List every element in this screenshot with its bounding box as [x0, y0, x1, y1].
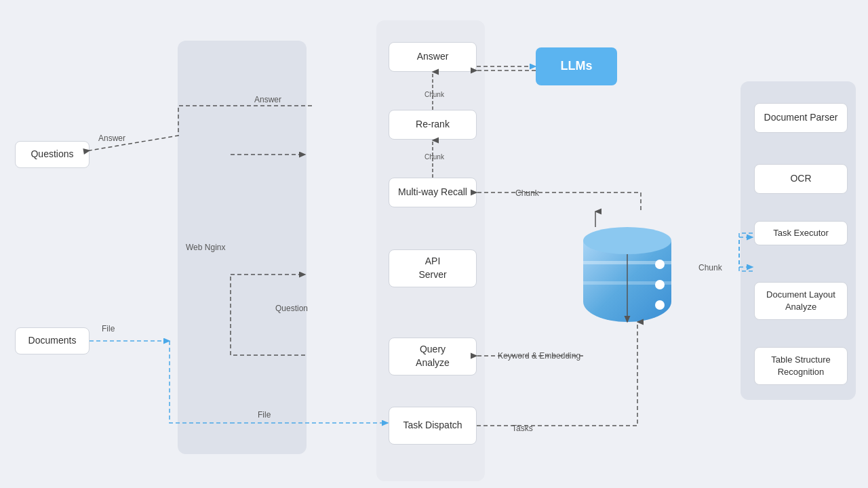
task-executor-box: Task Executor	[754, 221, 848, 245]
chunk-label-1: Chunk	[425, 89, 444, 99]
question-label: Question	[275, 304, 308, 313]
file-label-1: File	[102, 324, 115, 333]
ocr-box: OCR	[754, 164, 848, 194]
answer-label-2: Answer	[254, 95, 281, 104]
doc-parser-box: Document Parser	[754, 103, 848, 133]
chunk-label-2: Chunk	[425, 152, 444, 161]
tasks-label: Tasks	[512, 424, 533, 433]
chunk-label-3: Chunk	[515, 188, 539, 198]
diagram-container: Questions Documents Answer Re-rank Multi…	[0, 0, 868, 488]
answer-label-1: Answer	[98, 134, 125, 143]
database-icon	[583, 227, 671, 322]
table-structure-box: Table Structure Recognition	[754, 347, 848, 385]
llms-box: LLMs	[536, 47, 617, 85]
questions-box: Questions	[15, 141, 90, 168]
keyword-embedding-label: Keyword & Embedding	[498, 351, 580, 361]
multiway-box: Multi-way Recall	[389, 178, 477, 207]
task-dispatch-box: Task Dispatch	[389, 407, 477, 445]
file-label-2: File	[258, 410, 271, 420]
query-analyze-box: Query Analyze	[389, 338, 477, 375]
chunk-label-4: Chunk	[698, 263, 722, 272]
doc-layout-box: Document Layout Analyze	[754, 282, 848, 320]
documents-box: Documents	[15, 327, 90, 354]
web-nginx-label: Web Nginx	[186, 243, 225, 252]
answer-box: Answer	[389, 42, 477, 72]
rerank-box: Re-rank	[389, 110, 477, 140]
api-server-box: API Server	[389, 249, 477, 287]
